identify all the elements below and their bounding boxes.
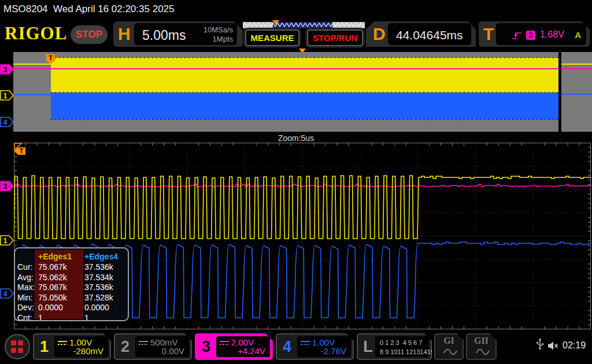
trigger-panel[interactable]: T 3 1.68V A bbox=[479, 21, 590, 47]
measure-edges4-value: 37.536k bbox=[84, 262, 113, 272]
generator-1-label: GI bbox=[435, 336, 462, 346]
measure-edges1-value: 75.067k bbox=[38, 262, 67, 272]
measure-row: Max:75.067k37.536k bbox=[15, 283, 128, 292]
channel-2-block[interactable]: 2 500mV 0.00V bbox=[114, 333, 192, 360]
bottom-bar: 1 1.00V -280mV 2 500mV 0.00V bbox=[0, 330, 592, 364]
overview-strip[interactable]: T bbox=[0, 52, 592, 133]
overview-speckle-mid bbox=[51, 92, 558, 93]
channel-1-tag-overview[interactable]: 1 bbox=[0, 90, 14, 101]
svg-text:3: 3 bbox=[3, 183, 8, 191]
trigger-source-badge: 3 bbox=[526, 31, 535, 40]
clock: 02:19 bbox=[563, 340, 586, 351]
channel-4-tag-overview[interactable]: 4 bbox=[0, 117, 14, 127]
trigger-position-flag[interactable]: T bbox=[14, 143, 30, 158]
delay-value: 44.04645ms bbox=[396, 28, 463, 42]
channel-2-offset: 0.00V bbox=[162, 346, 184, 356]
memory-depth: 1Mpts bbox=[204, 35, 233, 44]
measure-row: Dev:0.00000.0000 bbox=[15, 303, 128, 313]
measure-row-label: Max: bbox=[17, 283, 35, 292]
svg-text:4: 4 bbox=[3, 118, 8, 127]
generator-2-block[interactable]: GII bbox=[466, 333, 497, 360]
titlebar: MSO8204 Wed April 16 02:20:35 2025 bbox=[0, 0, 592, 17]
dc-coupling-icon bbox=[138, 340, 149, 346]
logic-row-2: 8 9 1011 12131415 bbox=[380, 348, 434, 355]
overview-trigger-flag[interactable]: T bbox=[46, 54, 57, 66]
usb-icon bbox=[536, 338, 544, 351]
generator-1-block[interactable]: GI bbox=[434, 333, 464, 360]
measure-row-label: Min: bbox=[17, 293, 32, 302]
measure-edges1-value: 75.050k bbox=[38, 293, 67, 302]
measure-row-label: Cur: bbox=[17, 262, 32, 272]
channel-3-number: 3 bbox=[196, 335, 216, 359]
measure-edges1-value: 75.062k bbox=[38, 273, 67, 282]
channel-3-block[interactable]: 3 2.00V +4.24V bbox=[195, 333, 273, 360]
overview-ch4-flat-pre bbox=[13, 94, 51, 95]
logic-channels-block[interactable]: L 0 1 2 3 4 5 6 7 8 9 1011 12131415 bbox=[357, 333, 432, 360]
channel-3-readout: 2.00V +4.24V bbox=[216, 336, 270, 357]
overview-speckle-bottom bbox=[51, 119, 558, 120]
channel-1-block[interactable]: 1 1.00V -280mV bbox=[33, 333, 111, 360]
menu-button[interactable] bbox=[5, 334, 30, 359]
svg-text:T: T bbox=[49, 54, 53, 61]
measure-col-edges4: +Edges4 bbox=[84, 252, 118, 261]
sine-wave-icon bbox=[443, 347, 458, 356]
measure-button[interactable]: MEASURE bbox=[245, 29, 299, 46]
horizontal-label: H bbox=[118, 24, 131, 44]
channel-3-tag-main[interactable]: 3 bbox=[0, 181, 14, 191]
trigger-sweep-mode: A bbox=[575, 30, 581, 40]
trigger-level: 1.68V bbox=[540, 29, 564, 40]
measure-edges1-value: 1 bbox=[38, 313, 43, 322]
oscilloscope-screen: MSO8204 Wed April 16 02:20:35 2025 RIGOL… bbox=[0, 0, 592, 364]
timebase-position-bar[interactable] bbox=[243, 20, 365, 28]
overview-ch4-flat-post bbox=[561, 94, 592, 95]
measure-edges4-value: 37.534k bbox=[84, 273, 113, 282]
delay-panel[interactable]: D 44.04645ms bbox=[366, 21, 476, 47]
overview-ch3-flat-post bbox=[561, 68, 592, 69]
measure-row: Cur:75.067k37.536k bbox=[15, 262, 128, 272]
svg-text:1: 1 bbox=[3, 237, 8, 245]
measure-row: Cnt:11 bbox=[15, 313, 128, 322]
measure-row-label: Cnt: bbox=[17, 313, 32, 322]
horizontal-panel[interactable]: H 5.00ms 10MSa/s 1Mpts bbox=[113, 21, 243, 47]
generator-2-label: GII bbox=[467, 336, 495, 346]
overview-ch3-flat-pre bbox=[13, 68, 51, 69]
overview-ch4-band bbox=[51, 92, 558, 120]
timebase-value: 5.00ms bbox=[142, 28, 186, 43]
dc-coupling-icon bbox=[57, 340, 68, 346]
stop-run-button[interactable]: STOP/RUN bbox=[307, 29, 363, 46]
zoom-scale-label: Zoom:5us bbox=[0, 133, 592, 143]
measure-edges1-value: 75.067k bbox=[38, 283, 67, 292]
channel-3-tag-overview[interactable]: 3 bbox=[0, 64, 14, 75]
measure-edges1-value: 0.0000 bbox=[38, 303, 63, 312]
measure-edges4-value: 37.528k bbox=[84, 293, 113, 302]
dc-coupling-icon bbox=[300, 340, 310, 346]
channel-4-block[interactable]: 4 1.00V -2.76V bbox=[276, 333, 354, 360]
trigger-readout: 3 1.68V A bbox=[496, 23, 586, 45]
delay-readout: 44.04645ms bbox=[388, 23, 471, 45]
measurement-panel: +Edges1 +Edges4 Cur:75.067k37.536kAvg:75… bbox=[14, 247, 129, 321]
dc-coupling-icon bbox=[219, 340, 230, 346]
svg-text:1: 1 bbox=[3, 92, 8, 100]
channel-4-offset: -2.76V bbox=[321, 346, 346, 356]
sample-rate: 10MSa/s bbox=[204, 25, 233, 35]
channel-1-offset: -280mV bbox=[73, 346, 103, 356]
overview-ch3-line bbox=[51, 68, 558, 69]
channel-4-tag-main[interactable]: 4 bbox=[0, 288, 14, 299]
measure-col-edges1: +Edges1 bbox=[38, 252, 72, 261]
channel-2-readout: 500mV 0.00V bbox=[135, 336, 189, 357]
overview-speckle-top bbox=[51, 57, 558, 58]
run-state-badge: STOP bbox=[71, 25, 108, 44]
measure-row-label: Dev: bbox=[17, 303, 34, 312]
logic-row-1: 0 1 2 3 4 5 6 7 bbox=[380, 339, 422, 346]
logic-readout: 0 1 2 3 4 5 6 7 8 9 1011 12131415 bbox=[375, 336, 429, 357]
overview-ch1-flat-post bbox=[561, 64, 592, 65]
channel-1-tag-main[interactable]: 1 bbox=[0, 235, 14, 246]
speaker-muted-icon[interactable] bbox=[547, 341, 559, 350]
menu-grid-icon bbox=[11, 340, 24, 353]
channel-3-offset: +4.24V bbox=[238, 346, 265, 356]
channel-1-readout: 1.00V -280mV bbox=[54, 336, 108, 357]
channel-4-number: 4 bbox=[277, 335, 297, 359]
svg-text:3: 3 bbox=[3, 66, 8, 74]
channel-2-number: 2 bbox=[115, 335, 135, 359]
trigger-label: T bbox=[483, 24, 494, 44]
